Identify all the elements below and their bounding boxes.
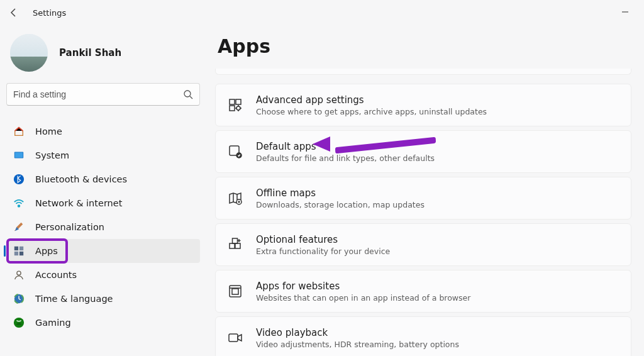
search-input[interactable]	[13, 89, 183, 99]
svg-point-6	[18, 205, 20, 207]
sidebar: Pankil Shah Home System	[0, 25, 206, 356]
svg-rect-10	[19, 252, 23, 255]
svg-rect-15	[230, 99, 235, 104]
home-icon	[13, 125, 25, 138]
svg-rect-16	[236, 99, 241, 104]
svg-rect-24	[233, 238, 238, 243]
row-partial-top[interactable]	[215, 69, 631, 75]
sidebar-item-label: Network & internet	[35, 198, 122, 208]
system-icon	[13, 149, 25, 162]
row-title: Advanced app settings	[256, 94, 487, 106]
user-profile[interactable]: Pankil Shah	[6, 30, 200, 83]
sidebar-item-label: Home	[35, 126, 62, 136]
video-icon	[227, 330, 243, 346]
svg-rect-23	[235, 243, 240, 248]
titlebar: Settings	[0, 0, 644, 25]
svg-rect-22	[230, 243, 235, 248]
search-box[interactable]	[6, 83, 200, 106]
row-apps-for-websites[interactable]: Apps for websites Websites that can open…	[215, 270, 631, 313]
row-advanced-app-settings[interactable]: Advanced app settings Choose where to ge…	[215, 84, 631, 126]
row-title: Video playback	[256, 327, 459, 338]
avatar	[10, 34, 48, 72]
user-name: Pankil Shah	[59, 47, 121, 58]
row-default-apps[interactable]: Default apps Defaults for file and link …	[215, 130, 631, 173]
svg-rect-28	[229, 334, 238, 342]
svg-rect-25	[230, 286, 241, 297]
row-subtitle: Websites that can open in an app instead…	[256, 293, 470, 303]
sidebar-item-label: Gaming	[35, 318, 71, 328]
row-optional-features[interactable]: Optional features Extra functionality fo…	[215, 223, 631, 266]
row-title: Optional features	[256, 234, 390, 245]
apps-icon	[13, 245, 25, 257]
sidebar-item-system[interactable]: System	[6, 143, 200, 167]
sidebar-item-label: System	[35, 150, 69, 160]
svg-rect-17	[230, 106, 235, 111]
sidebar-item-home[interactable]: Home	[6, 120, 200, 143]
default-apps-icon	[227, 143, 243, 160]
apps-gear-icon	[227, 97, 243, 113]
sidebar-nav: Home System Bluetooth & devices Network …	[6, 120, 200, 328]
row-subtitle: Choose where to get apps, archive apps, …	[256, 107, 487, 116]
sidebar-item-label: Personalization	[35, 222, 104, 232]
row-subtitle: Video adjustments, HDR streaming, batter…	[256, 340, 459, 349]
search-icon	[183, 89, 193, 99]
window-title: Settings	[33, 8, 66, 18]
row-subtitle: Defaults for file and link types, other …	[256, 153, 435, 163]
svg-rect-7	[14, 247, 18, 250]
row-subtitle: Extra functionality for your device	[256, 247, 390, 256]
sidebar-item-label: Accounts	[35, 270, 77, 280]
row-title: Apps for websites	[256, 281, 470, 292]
apps-websites-icon	[227, 283, 243, 299]
svg-rect-26	[232, 289, 238, 294]
row-offline-maps[interactable]: Offline maps Downloads, storage location…	[215, 177, 631, 220]
back-icon[interactable]	[9, 8, 19, 18]
sidebar-item-time[interactable]: Time & language	[6, 287, 200, 311]
sidebar-item-network[interactable]: Network & internet	[6, 191, 200, 215]
row-video-playback[interactable]: Video playback Video adjustments, HDR st…	[215, 316, 631, 356]
wifi-icon	[13, 197, 25, 209]
row-title: Default apps	[256, 141, 435, 152]
bluetooth-icon	[13, 173, 25, 186]
svg-point-14	[14, 318, 24, 328]
sidebar-item-label: Apps	[35, 246, 58, 256]
sidebar-item-apps[interactable]: Apps	[6, 239, 200, 263]
sidebar-item-personalization[interactable]: Personalization	[6, 215, 200, 239]
time-icon	[13, 292, 25, 305]
svg-line-2	[190, 96, 192, 99]
row-subtitle: Downloads, storage location, map updates	[256, 200, 425, 209]
sidebar-item-accounts[interactable]: Accounts	[6, 263, 200, 287]
sidebar-item-bluetooth[interactable]: Bluetooth & devices	[6, 167, 200, 191]
optional-features-icon	[227, 236, 243, 253]
row-title: Offline maps	[256, 187, 425, 199]
svg-point-18	[236, 106, 240, 110]
svg-point-11	[17, 271, 21, 275]
page-title: Apps	[218, 35, 631, 57]
sidebar-item-gaming[interactable]: Gaming	[6, 311, 200, 335]
map-icon	[227, 190, 243, 206]
gaming-icon	[13, 316, 25, 329]
paintbrush-icon	[13, 221, 25, 233]
svg-rect-9	[14, 252, 18, 255]
minimize-button[interactable]	[615, 8, 635, 18]
sidebar-item-label: Time & language	[35, 294, 113, 304]
sidebar-item-label: Bluetooth & devices	[35, 174, 127, 184]
svg-rect-8	[19, 247, 23, 250]
svg-rect-4	[15, 153, 23, 158]
accounts-icon	[13, 269, 25, 281]
content-area: Apps Advanced app settings Choose where …	[206, 25, 644, 356]
svg-point-1	[184, 91, 191, 97]
